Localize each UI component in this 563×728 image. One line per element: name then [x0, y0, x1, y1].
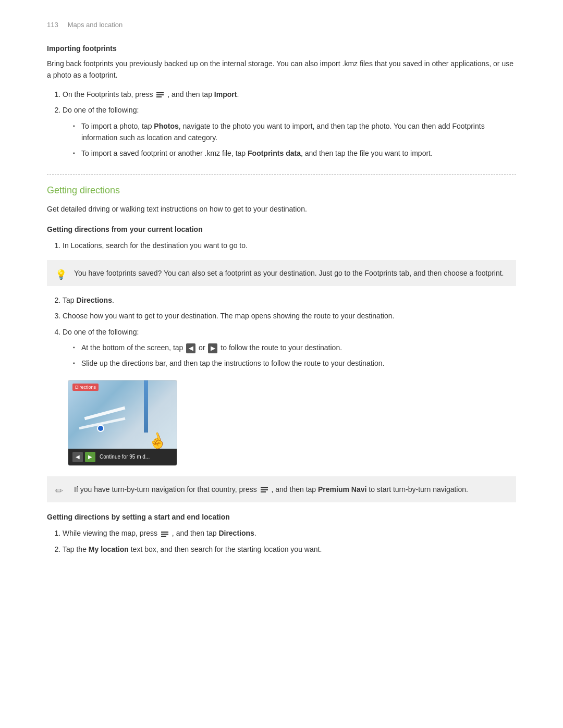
page-number: 113	[47, 21, 58, 29]
from-current-step-2: Tap Directions.	[63, 294, 516, 306]
by-setting-step-2: Tap the My location text box, and then s…	[63, 544, 516, 555]
tip-box: 💡 You have footprints saved? You can als…	[47, 260, 516, 286]
nav-icon-btn: ▶	[85, 452, 95, 462]
from-current-bullets: At the bottom of the screen, tap ◀ or ▶ …	[73, 342, 516, 369]
from-current-bullet-2: Slide up the directions bar, and then ta…	[73, 357, 516, 369]
screenshot-container: Directions ◀ ▶ Continue for 95 m d... ☝	[68, 380, 177, 466]
nav-bar-text: Continue for 95 m d...	[100, 454, 150, 460]
footprints-data-bold: Footprints data	[248, 149, 301, 157]
importing-bullets: To import a photo, tap Photos, navigate …	[73, 120, 516, 159]
from-current-bullet-1: At the bottom of the screen, tap ◀ or ▶ …	[73, 342, 516, 353]
from-current-steps: In Locations, search for the destination…	[63, 240, 516, 251]
prev-btn: ◀	[72, 452, 83, 462]
tip-icon: 💡	[55, 267, 67, 282]
directions-bold: Directions	[76, 296, 112, 304]
by-setting-step-1: While viewing the map, press , and then …	[63, 527, 516, 539]
importing-steps-list: On the Footprints tab, press , and then …	[63, 89, 516, 159]
directions-screenshot: Directions ◀ ▶ Continue for 95 m d... ☝	[68, 380, 177, 466]
photos-bold: Photos	[154, 122, 178, 130]
location-dot	[97, 425, 104, 432]
nav-bar: ◀ ▶ Continue for 95 m d...	[68, 449, 177, 465]
right-nav-icon: ▶	[208, 343, 217, 354]
importing-footprints-heading: Importing footprints	[47, 44, 516, 53]
section-divider	[47, 174, 516, 175]
note-icon: ✏	[55, 484, 63, 499]
menu-icon-1	[156, 92, 164, 97]
directions-bold-2: Directions	[218, 529, 254, 537]
menu-icon-note	[261, 487, 268, 492]
from-current-step-4: Do one of the following: At the bottom o…	[63, 326, 516, 369]
by-setting-heading: Getting directions by setting a start an…	[47, 513, 516, 521]
from-current-section: Getting directions from your current loc…	[47, 225, 516, 502]
from-current-step-3: Choose how you want to get to your desti…	[63, 310, 516, 322]
by-setting-steps: While viewing the map, press , and then …	[63, 527, 516, 555]
from-current-step-1: In Locations, search for the destination…	[63, 240, 516, 251]
my-location-bold: My location	[89, 545, 129, 553]
note-box: ✏ If you have turn-by-turn navigation fo…	[47, 476, 516, 502]
import-bold: Import	[214, 90, 237, 98]
tip-text: You have footprints saved? You can also …	[74, 269, 504, 277]
importing-bullet-2: To import a saved footprint or another .…	[73, 147, 516, 159]
from-current-steps-2: Tap Directions. Choose how you want to g…	[63, 294, 516, 369]
left-nav-icon: ◀	[186, 343, 195, 354]
directions-label: Directions	[72, 384, 99, 391]
page-header: 113 Maps and location	[47, 21, 516, 29]
menu-icon-step1	[161, 532, 168, 537]
importing-step-1: On the Footprints tab, press , and then …	[63, 89, 516, 100]
from-current-heading: Getting directions from your current loc…	[47, 225, 516, 233]
page-container: 113 Maps and location Importing footprin…	[0, 0, 563, 591]
getting-directions-title: Getting directions	[47, 185, 516, 196]
premium-navi-bold: Premium Navi	[318, 485, 366, 493]
importing-footprints-body: Bring back footprints you previously bac…	[47, 58, 516, 81]
getting-directions-intro: Get detailed driving or walking text ins…	[47, 203, 516, 215]
getting-directions-section: Getting directions Get detailed driving …	[47, 185, 516, 555]
importing-footprints-section: Importing footprints Bring back footprin…	[47, 44, 516, 159]
importing-bullet-1: To import a photo, tap Photos, navigate …	[73, 120, 516, 144]
blue-bar	[144, 380, 148, 433]
page-title-header: Maps and location	[68, 21, 123, 29]
by-setting-section: Getting directions by setting a start an…	[47, 513, 516, 555]
importing-step-2: Do one of the following: To import a pho…	[63, 104, 516, 159]
